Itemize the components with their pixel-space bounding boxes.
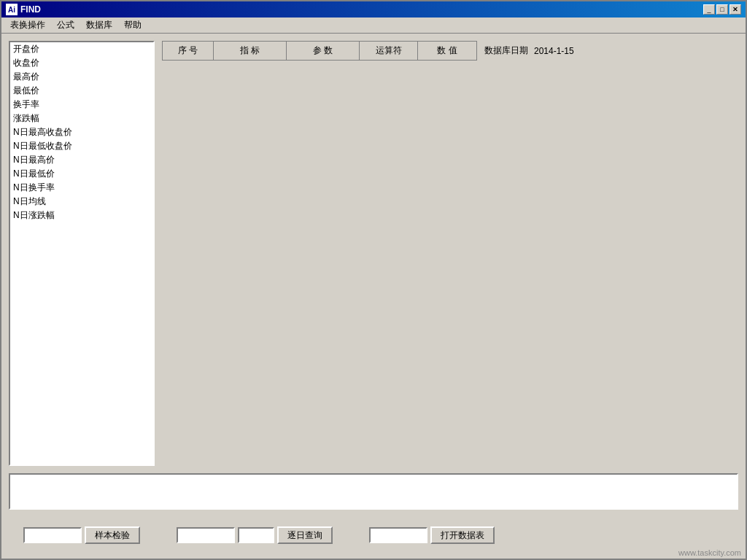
title-bar: Ai FIND _ □ ✕ <box>1 1 746 18</box>
maximize-button[interactable]: □ <box>716 4 728 15</box>
minimize-button[interactable]: _ <box>703 4 715 15</box>
text-area-container <box>9 473 738 512</box>
list-item[interactable]: N日换手率 <box>10 181 153 195</box>
button-row: 样本检验 逐日查询 打开数据表 <box>9 519 738 551</box>
menu-help[interactable]: 帮助 <box>118 18 147 33</box>
daily-query-input1[interactable] <box>177 527 235 543</box>
table-header-row: 序 号 指 标 参 数 运算符 数 值 数据库日期 2014-1-15 <box>162 41 738 61</box>
list-item[interactable]: N日最高收盘价 <box>10 125 153 139</box>
app-icon: Ai <box>6 4 18 15</box>
list-item[interactable]: N日均线 <box>10 195 153 209</box>
db-date-label: 数据库日期 <box>484 44 528 57</box>
watermark: www.taskcity.com <box>678 548 741 557</box>
window-title: FIND <box>20 4 41 15</box>
daily-query-button[interactable]: 逐日查询 <box>277 526 333 544</box>
col-header-xuhao: 序 号 <box>163 42 214 60</box>
open-table-button[interactable]: 打开数据表 <box>430 526 495 544</box>
indicator-list: 开盘价 收盘价 最高价 最低价 换手率 涨跌幅 N日最高收盘价 N日最低收盘价 … <box>9 41 155 466</box>
list-item[interactable]: N日最低价 <box>10 167 153 181</box>
list-item[interactable]: N日涨跌幅 <box>10 209 153 222</box>
open-table-group: 打开数据表 <box>369 526 495 544</box>
list-item[interactable]: N日最高价 <box>10 153 153 167</box>
col-header-canshu: 参 数 <box>287 42 360 60</box>
top-section: 开盘价 收盘价 最高价 最低价 换手率 涨跌幅 N日最高收盘价 N日最低收盘价 … <box>9 41 738 466</box>
menu-database[interactable]: 数据库 <box>80 18 118 33</box>
list-item[interactable]: 换手率 <box>10 98 153 112</box>
title-buttons: _ □ ✕ <box>703 4 741 15</box>
close-button[interactable]: ✕ <box>729 4 741 15</box>
daily-query-input2[interactable] <box>238 527 274 543</box>
main-content: 开盘价 收盘价 最高价 最低价 换手率 涨跌幅 N日最高收盘价 N日最低收盘价 … <box>1 34 746 559</box>
menu-bar: 表换操作 公式 数据库 帮助 <box>1 18 746 34</box>
right-panel: 序 号 指 标 参 数 运算符 数 值 数据库日期 2014-1-15 <box>162 41 738 466</box>
list-item[interactable]: 涨跌幅 <box>10 112 153 125</box>
table-columns: 序 号 指 标 参 数 运算符 数 值 <box>162 41 477 61</box>
db-date-value: 2014-1-15 <box>534 46 574 56</box>
col-header-zhibiao: 指 标 <box>214 42 287 60</box>
list-item[interactable]: 最低价 <box>10 84 153 98</box>
db-date-section: 数据库日期 2014-1-15 <box>484 44 574 57</box>
title-bar-left: Ai FIND <box>6 4 41 15</box>
main-window: Ai FIND _ □ ✕ 表换操作 公式 数据库 帮助 开盘价 收盘价 最高价… <box>0 0 747 560</box>
list-item[interactable]: N日最低收盘价 <box>10 139 153 153</box>
menu-formula[interactable]: 公式 <box>51 18 80 33</box>
bottom-section: 样本检验 逐日查询 打开数据表 <box>9 466 738 551</box>
list-item[interactable]: 收盘价 <box>10 56 153 70</box>
daily-query-group: 逐日查询 <box>177 526 333 544</box>
open-table-input[interactable] <box>369 527 427 543</box>
list-item[interactable]: 开盘价 <box>10 42 153 56</box>
menu-table-ops[interactable]: 表换操作 <box>4 18 51 33</box>
col-header-yunsuan: 运算符 <box>360 42 418 60</box>
query-textarea[interactable] <box>9 473 738 510</box>
sample-check-group: 样本检验 <box>23 526 140 544</box>
list-item[interactable]: 最高价 <box>10 70 153 84</box>
table-area <box>162 61 738 466</box>
col-header-shuzhi: 数 值 <box>418 42 476 60</box>
sample-check-button[interactable]: 样本检验 <box>85 526 140 544</box>
sample-check-input[interactable] <box>23 527 82 543</box>
